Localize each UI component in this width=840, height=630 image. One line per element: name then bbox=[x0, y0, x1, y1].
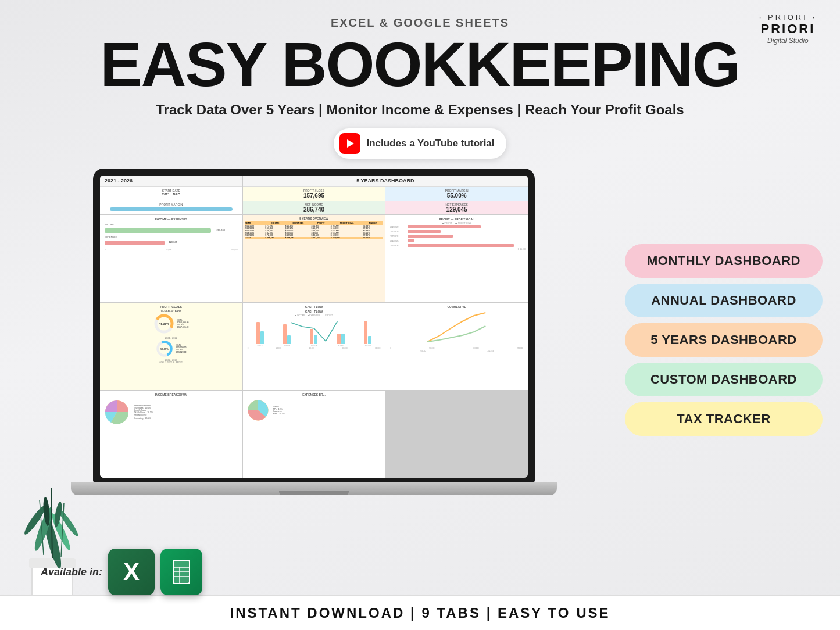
kpi-net-expenses: NET EXPENSES 129,045 bbox=[385, 201, 528, 214]
spreadsheet-grid: 2021 - 2026 5 YEARS DASHBOARD START DATE… bbox=[100, 176, 528, 478]
pill-monthly-label: MONTHLY DASHBOARD bbox=[647, 253, 800, 268]
footer-text: INSTANT DOWNLOAD | 9 TABS | EASY TO USE bbox=[230, 605, 610, 621]
footer-bar: INSTANT DOWNLOAD | 9 TABS | EASY TO USE bbox=[0, 595, 840, 630]
expenses-breakdown-chart: EXPENSES BR... Canva TPL 19% Insurance bbox=[243, 391, 385, 478]
youtube-badge: Includes a YouTube tutorial bbox=[334, 128, 506, 159]
software-icons-area: Available in: X bbox=[41, 549, 202, 595]
cash-flow-chart: CASH FLOW CASH FLOW ■ INCOME■ EXPENSES— … bbox=[243, 303, 385, 390]
available-label: Available in: bbox=[41, 566, 102, 578]
kpi-start-date: START DATE 2021 DEC bbox=[100, 187, 242, 201]
pill-custom-label: CUSTOM DASHBOARD bbox=[650, 372, 797, 386]
5-years-overview-table: 5 YEARS OVERVIEW YEAR INCOME EXPENSES PR… bbox=[243, 215, 385, 302]
pill-5years-dashboard: 5 YEARS DASHBOARD bbox=[625, 323, 823, 357]
page-header: EXCEL & GOOGLE SHEETS EASY BOOKKEEPING T… bbox=[0, 0, 840, 164]
sheet-header-row: 2021 - 2026 bbox=[100, 176, 242, 187]
pill-5years-label: 5 YEARS DASHBOARD bbox=[650, 332, 796, 347]
laptop-mockup: 2021 - 2026 5 YEARS DASHBOARD START DATE… bbox=[93, 169, 535, 540]
pill-annual-dashboard: ANNUAL DASHBOARD bbox=[625, 284, 823, 317]
youtube-icon bbox=[339, 133, 360, 154]
main-title: EASY BOOKKEEPING bbox=[0, 33, 840, 96]
brand-logo: · PRIORI · PRIORI Digital Studio bbox=[759, 13, 817, 45]
kpi-profit-loss: PROFIT / LOSS 157,695 bbox=[243, 187, 385, 201]
profit-goals-chart: PROFIT GOALS GLOBAL 5 YEARS 45.06% GOAL bbox=[100, 303, 242, 390]
profit-vs-goal-chart: PROFIT vs PROFIT GOAL ▬ PROFIT▬ PROFIT G… bbox=[385, 215, 528, 302]
tagline: Track Data Over 5 Years | Monitor Income… bbox=[0, 102, 840, 118]
brand-name: PRIORI bbox=[759, 22, 817, 37]
sheets-icon bbox=[160, 549, 202, 595]
pill-tax-tracker: TAX TRACKER bbox=[625, 402, 823, 436]
laptop-base bbox=[71, 482, 557, 495]
cumulative-chart: CUMULATIVE 050,000150,000250,000 2021/22… bbox=[385, 303, 528, 390]
laptop-screen-outer: 2021 - 2026 5 YEARS DASHBOARD START DATE… bbox=[93, 169, 535, 482]
dashboard-title-label: 5 YEARS DASHBOARD bbox=[356, 178, 414, 184]
youtube-text: Includes a YouTube tutorial bbox=[366, 138, 494, 149]
pill-custom-dashboard: CUSTOM DASHBOARD bbox=[625, 363, 823, 396]
excel-letter: X bbox=[123, 558, 140, 586]
feature-pills: MONTHLY DASHBOARD ANNUAL DASHBOARD 5 YEA… bbox=[625, 244, 823, 436]
subtitle-top: EXCEL & GOOGLE SHEETS bbox=[0, 16, 840, 30]
dashboard-title-cell: 5 YEARS DASHBOARD bbox=[243, 176, 528, 187]
cash-flow-label: CASH FLOW bbox=[245, 305, 383, 309]
pill-monthly-dashboard: MONTHLY DASHBOARD bbox=[625, 244, 823, 278]
excel-icon: X bbox=[108, 549, 155, 595]
brand-sub: Digital Studio bbox=[759, 37, 817, 45]
kpi-profit-margin-2: PROFIT MARGIN bbox=[100, 201, 242, 214]
brand-dots: · PRIORI · bbox=[759, 13, 817, 22]
kpi-net-income: NET INCOME 286,740 bbox=[243, 201, 385, 214]
laptop-screen-inner: 2021 - 2026 5 YEARS DASHBOARD START DATE… bbox=[100, 176, 528, 478]
kpi-profit-margin: PROFIT MARGIN 55.00% bbox=[385, 187, 528, 201]
pill-tax-label: TAX TRACKER bbox=[677, 411, 771, 426]
income-vs-expenses-chart: INCOME vs EXPENSES INCOME 286,740 EXPENS… bbox=[100, 215, 242, 302]
income-breakdown-chart: INCOME BREAKDOWN Internet Investment Ets… bbox=[100, 391, 242, 478]
year-range-label: 2021 - 2026 bbox=[105, 178, 133, 184]
pill-annual-label: ANNUAL DASHBOARD bbox=[651, 293, 796, 307]
